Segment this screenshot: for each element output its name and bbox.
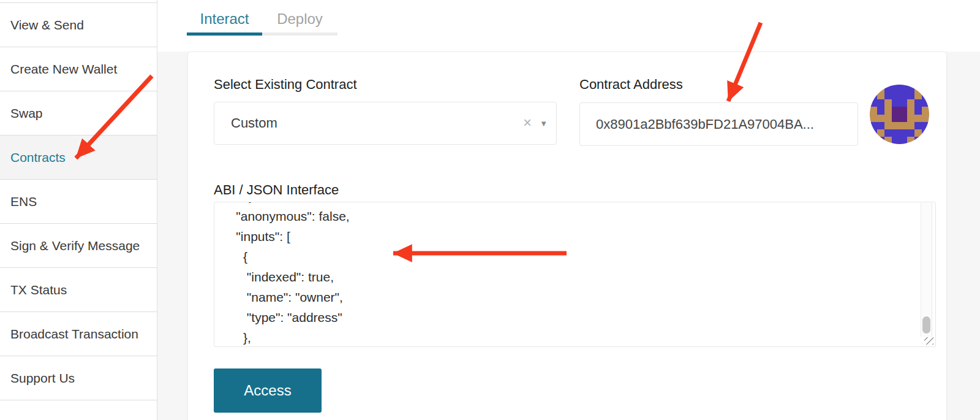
sidebar: View & Send Create New Wallet Swap Contr… bbox=[0, 0, 157, 420]
main-content: Interact Deploy Select Existing Contract… bbox=[157, 0, 980, 420]
contract-address-input[interactable] bbox=[579, 102, 858, 146]
clear-selection-icon[interactable]: × bbox=[523, 114, 532, 131]
contract-form-card: Select Existing Contract Custom × ▼ Cont… bbox=[187, 52, 947, 420]
select-existing-contract-label: Select Existing Contract bbox=[214, 77, 357, 93]
chevron-down-icon[interactable]: ▼ bbox=[540, 119, 548, 128]
abi-scrollbar-thumb[interactable] bbox=[922, 316, 930, 334]
abi-scrollbar-track[interactable] bbox=[921, 203, 932, 337]
sidebar-item-tx-status[interactable]: TX Status bbox=[0, 268, 157, 312]
tab-interact[interactable]: Interact bbox=[187, 0, 262, 36]
sidebar-item-view-send[interactable]: View & Send bbox=[0, 3, 157, 47]
abi-json-content: { "anonymous": false, "inputs": [ { "ind… bbox=[214, 202, 350, 347]
tab-deploy[interactable]: Deploy bbox=[262, 0, 337, 36]
abi-json-interface-label: ABI / JSON Interface bbox=[214, 182, 339, 198]
contract-address-label: Contract Address bbox=[579, 77, 683, 93]
sidebar-item-create-new-wallet[interactable]: Create New Wallet bbox=[0, 47, 157, 91]
existing-contract-select[interactable]: Custom × ▼ bbox=[214, 102, 557, 145]
textarea-resize-handle-icon[interactable] bbox=[924, 337, 933, 345]
sidebar-item-sign-verify-message[interactable]: Sign & Verify Message bbox=[0, 224, 157, 268]
content-header: Interact Deploy bbox=[157, 0, 980, 52]
tab-bar: Interact Deploy bbox=[187, 0, 337, 36]
sidebar-item-swap[interactable]: Swap bbox=[0, 91, 157, 136]
abi-json-textarea[interactable]: { "anonymous": false, "inputs": [ { "ind… bbox=[214, 202, 936, 347]
sidebar-item-ens[interactable]: ENS bbox=[0, 180, 157, 224]
sidebar-item-support-us[interactable]: Support Us bbox=[0, 356, 157, 400]
sidebar-item-contracts[interactable]: Contracts bbox=[0, 136, 157, 180]
sidebar-item-broadcast-transaction[interactable]: Broadcast Transaction bbox=[0, 312, 157, 356]
access-button[interactable]: Access bbox=[214, 368, 322, 413]
selected-contract-value: Custom bbox=[214, 115, 556, 131]
address-identicon-avatar bbox=[870, 85, 929, 144]
